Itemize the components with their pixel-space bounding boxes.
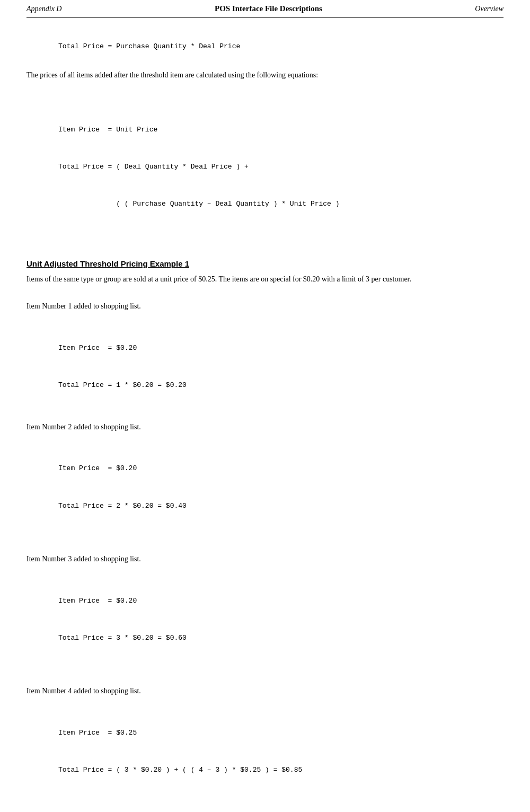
code-line-item-price: Item Price = Unit Price [58,123,504,136]
item4-code-line1: Item Price = $0.25 [58,727,504,739]
item4-code: Item Price = $0.25 Total Price = ( 3 * $… [58,702,504,801]
item3-code-line1: Item Price = $0.20 [58,595,504,607]
code-line-total-price: Total Price = ( Deal Quantity * Deal Pri… [58,161,504,173]
item1-code-line1: Item Price = $0.20 [58,342,504,354]
prose-2: Items of the same type or group are sold… [26,273,504,285]
item3-code-line2: Total Price = 3 * $0.20 = $0.60 [58,632,504,644]
prose-1: The prices of all items added after the … [26,69,504,81]
item2-code-line1: Item Price = $0.20 [58,462,504,474]
item2-label: Item Number 2 added to shopping list. [26,423,504,431]
item1-code-line2: Total Price = 1 * $0.20 = $0.20 [58,379,504,391]
item1-label: Item Number 1 added to shopping list. [26,302,504,311]
code-line-continuation: ( ( Purchase Quantity – Deal Quantity ) … [58,198,504,210]
item2-code: Item Price = $0.20 Total Price = 2 * $0.… [58,438,504,537]
item2-code-line2: Total Price = 2 * $0.20 = $0.40 [58,500,504,512]
header-left: Appendix D [26,5,61,13]
header-center: POS Interface File Descriptions [215,4,322,13]
item4-code-line2: Total Price = ( 3 * $0.20 ) + ( ( 4 – 3 … [58,764,504,776]
section-heading: Unit Adjusted Threshold Pricing Example … [26,259,504,268]
item3-label: Item Number 3 added to shopping list. [26,555,504,563]
code-block-1: Total Price = Purchase Quantity * Deal P… [58,40,504,52]
page-container: Appendix D POS Interface File Descriptio… [0,0,530,812]
item4-label: Item Number 4 added to shopping list. [26,687,504,695]
page-header: Appendix D POS Interface File Descriptio… [26,0,504,18]
item1-code: Item Price = $0.20 Total Price = 1 * $0.… [58,317,504,416]
item3-code: Item Price = $0.20 Total Price = 3 * $0.… [58,570,504,669]
main-content: Total Price = Purchase Quantity * Deal P… [26,29,504,812]
header-right: Overview [475,5,504,13]
code-block-2: Item Price = Unit Price Total Price = ( … [58,99,504,235]
